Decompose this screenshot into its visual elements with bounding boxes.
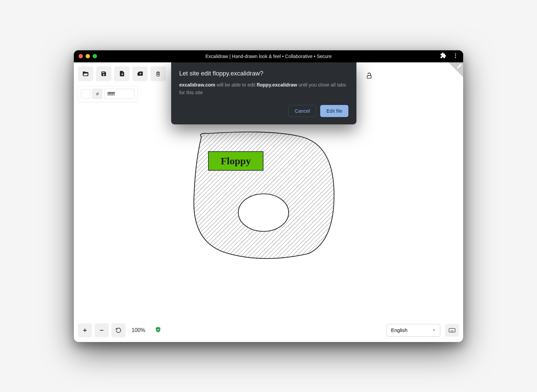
save-button[interactable] (96, 66, 111, 81)
bottom-bar: 100% English (78, 323, 459, 337)
dialog-body: excalidraw.com will be able to edit flop… (179, 81, 348, 97)
zoom-out-button[interactable] (95, 323, 109, 337)
corner-tag[interactable] (448, 62, 463, 77)
lock-icon[interactable] (366, 72, 373, 80)
svg-point-2 (455, 57, 456, 58)
export-button[interactable] (132, 66, 148, 81)
edit-file-button[interactable]: Edit file (320, 105, 348, 117)
svg-point-1 (455, 55, 456, 56)
extensions-icon[interactable] (440, 52, 446, 60)
titlebar: Excalidraw | Hand-drawn look & feel • Co… (74, 50, 463, 62)
hash-prefix: # (92, 89, 102, 99)
zoom-percent: 100% (128, 327, 149, 333)
keyboard-button[interactable] (445, 324, 459, 337)
zoom-in-button[interactable] (78, 323, 92, 337)
minimize-window-button[interactable] (86, 54, 90, 58)
permission-dialog: Let site edit floppy.excalidraw? excalid… (171, 62, 356, 125)
browser-actions (440, 52, 458, 60)
color-panel: # (78, 86, 138, 102)
chevron-up-icon (432, 327, 436, 333)
dialog-domain: excalidraw.com (179, 82, 215, 88)
close-window-button[interactable] (79, 54, 83, 58)
cancel-button[interactable]: Cancel (288, 105, 316, 117)
language-label: English (391, 327, 407, 333)
window-controls (79, 54, 97, 58)
page-title: Excalidraw | Hand-drawn look & feel • Co… (74, 54, 463, 59)
bottom-right-controls: English (387, 324, 459, 337)
language-select[interactable]: English (387, 324, 440, 337)
dialog-title: Let site edit floppy.excalidraw? (179, 70, 348, 77)
maximize-window-button[interactable] (93, 54, 97, 58)
app-content: # (74, 62, 463, 342)
svg-rect-11 (449, 328, 455, 332)
shield-icon[interactable] (155, 326, 161, 334)
file-toolbar (78, 66, 166, 81)
menu-dots-icon[interactable] (452, 53, 458, 60)
trash-button[interactable] (150, 66, 166, 81)
color-swatch[interactable] (81, 89, 90, 99)
zoom-reset-button[interactable] (111, 323, 126, 337)
color-hex-input[interactable] (104, 89, 135, 99)
svg-point-0 (455, 53, 456, 54)
canvas-drawing[interactable]: Floppy (188, 129, 342, 264)
zoom-controls: 100% (78, 323, 149, 337)
dialog-actions: Cancel Edit file (179, 105, 348, 117)
floppy-label[interactable]: Floppy (208, 151, 263, 171)
dialog-text-1: will be able to edit (215, 82, 256, 88)
svg-point-7 (238, 194, 289, 231)
open-button[interactable] (78, 66, 93, 81)
save-as-button[interactable] (114, 66, 130, 81)
browser-window: Excalidraw | Hand-drawn look & feel • Co… (74, 50, 463, 342)
svg-rect-3 (367, 75, 371, 78)
dialog-filename: floppy.excalidraw (257, 82, 297, 88)
